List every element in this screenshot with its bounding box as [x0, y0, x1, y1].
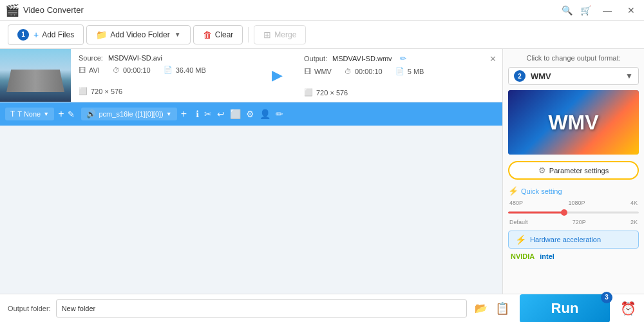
format-selector[interactable]: 2 WMV ▼ — [508, 67, 639, 85]
file-row: Source: MSDVAVI-SD.avi 🎞 AVI ⏱ 00:00:10 … — [0, 49, 502, 102]
titlebar: 🎬 Video Converter 🔍 🛒 — ✕ — [0, 0, 644, 21]
subtitle-select-label: T None — [17, 110, 41, 118]
output-size-item: 📄 5 MB — [395, 67, 424, 75]
subtitle-select[interactable]: T T None ▼ — [5, 108, 54, 120]
speaker-icon: 🔊 — [86, 109, 96, 118]
minimize-button[interactable]: — — [599, 4, 616, 17]
step-2-badge: 2 — [514, 70, 526, 82]
hw-accel-label: Hardware acceleration — [530, 236, 601, 243]
output-duration-item: ⏱ 00:00:10 — [345, 68, 383, 75]
add-folder-button[interactable]: 📁 Add Video Folder ▼ — [86, 25, 190, 44]
source-size-item: 📄 36.40 MB — [164, 66, 206, 74]
format-dropdown-icon: ▼ — [625, 71, 633, 80]
subtitle-add-icon[interactable]: + — [58, 108, 64, 120]
output-file-icon: 📄 — [395, 67, 404, 75]
audio-select[interactable]: 🔊 pcm_s16le ([1][0][0]) ▼ — [81, 108, 176, 120]
quality-label-1080p: 1080P — [568, 200, 585, 206]
source-resolution: 720 × 576 — [91, 88, 122, 95]
quality-top-labels: 480P 1080P 4K — [508, 200, 639, 206]
output-resolution: 720 × 576 — [316, 89, 348, 97]
output-label-row: Output: MSDVAVI-SD.wmv ✏ — [304, 54, 475, 63]
cart-icon[interactable]: 🛒 — [580, 5, 591, 15]
text-icon: T — [10, 109, 15, 118]
quality-bottom-labels: Default 720P 2K — [508, 219, 639, 225]
add-files-button[interactable]: 1 + Add Files — [8, 24, 84, 45]
hardware-acceleration-button[interactable]: ⚡ Hardware acceleration — [508, 231, 639, 249]
clear-button[interactable]: 🗑 Clear — [193, 25, 243, 44]
brand-logos: NVIDIA NVIDIA intel Intel — [508, 252, 639, 260]
output-meta-row: 🎞 WMV ⏱ 00:00:10 📄 5 MB ⬜ 720 × 576 — [304, 67, 475, 97]
folder-open-icon[interactable]: 📂 — [475, 302, 488, 314]
audio-select-label: pcm_s16le ([1][0][0]) — [99, 110, 163, 118]
main-layout: Source: MSDVAVI-SD.avi 🎞 AVI ⏱ 00:00:10 … — [0, 49, 644, 294]
close-file-button[interactable]: ✕ — [489, 54, 497, 64]
output-film-icon: 🎞 — [304, 68, 311, 75]
step-3-badge: 3 — [601, 292, 612, 303]
audio-add-icon[interactable]: + — [181, 108, 187, 120]
app-icon: 🎬 — [5, 3, 19, 17]
sub-edit-icon[interactable]: ✎ — [68, 109, 75, 119]
bottom-bar: Output folder: 📂 📋 Run 3 ⏰ — [0, 294, 644, 322]
quick-setting-label: ⚡ Quick setting — [508, 186, 639, 196]
search-icon[interactable]: 🔍 — [562, 5, 573, 15]
edit-pencil-icon[interactable]: ✏ — [400, 54, 406, 63]
panel-title: Click to change output format: — [508, 54, 639, 62]
wmv-preview-label: WMV — [548, 111, 598, 135]
rotate-tool-icon[interactable]: ↩ — [217, 109, 225, 119]
film-icon: 🎞 — [79, 66, 86, 74]
quality-sublabel-720p: 720P — [573, 219, 586, 225]
crop-tool-icon[interactable]: ⬜ — [230, 109, 241, 119]
source-format: AVI — [89, 66, 100, 74]
quality-slider[interactable] — [508, 207, 639, 218]
folder-icon: 📁 — [96, 30, 107, 40]
merge-icon: ⊞ — [263, 30, 271, 40]
convert-arrow: ▶ — [258, 49, 296, 102]
parameter-settings-button[interactable]: ⚙ Parameter settings — [508, 161, 639, 180]
quick-setting-icon: ⚡ — [508, 186, 518, 196]
arrow-icon: ▶ — [272, 67, 283, 84]
browse-icon[interactable]: 📋 — [495, 301, 509, 316]
output-resolution-icon: ⬜ — [304, 88, 313, 97]
effects-tool-icon[interactable]: ⚙ — [246, 109, 254, 119]
source-duration-item: ⏱ 00:00:10 — [113, 66, 151, 74]
quality-sublabel-2k: 2K — [630, 219, 638, 225]
run-area: Run 3 — [515, 294, 610, 323]
source-resolution-item: ⬜ 720 × 576 — [79, 87, 122, 95]
file-thumbnail — [0, 49, 71, 102]
intel-icon: intel — [540, 252, 554, 260]
audio-dropdown-icon: ▼ — [166, 111, 172, 117]
output-duration: 00:00:10 — [355, 68, 383, 75]
quality-label-480p: 480P — [509, 200, 523, 206]
close-button[interactable]: ✕ — [623, 4, 639, 17]
left-content: Source: MSDVAVI-SD.avi 🎞 AVI ⏱ 00:00:10 … — [0, 49, 502, 294]
quality-label-4k: 4K — [630, 200, 638, 206]
file-meta-row: 🎞 AVI ⏱ 00:00:10 📄 36.40 MB ⬜ 720 × 576 — [79, 66, 250, 95]
info-tool-icon[interactable]: ℹ — [196, 109, 199, 119]
slider-fill — [508, 212, 567, 214]
subtitle-audio-bar: T T None ▼ + ✎ 🔊 pcm_s16le ([1][0][0]) ▼… — [0, 102, 502, 126]
slider-thumb[interactable] — [561, 209, 567, 216]
format-name: WMV — [531, 71, 551, 81]
file-close-area: ✕ — [483, 49, 502, 102]
add-folder-label: Add Video Folder — [110, 30, 170, 39]
dropdown-arrow-icon: ▼ — [175, 31, 181, 38]
watermark-tool-icon[interactable]: 👤 — [260, 109, 270, 119]
resolution-icon: ⬜ — [79, 87, 88, 95]
toolbar-divider — [248, 27, 249, 43]
run-button[interactable]: Run — [520, 294, 610, 323]
merge-label: Merge — [274, 30, 296, 39]
file-info: Source: MSDVAVI-SD.avi 🎞 AVI ⏱ 00:00:10 … — [71, 49, 258, 102]
source-filename: MSDVAVI-SD.avi — [108, 54, 162, 62]
output-filename: MSDVAVI-SD.wmv — [332, 55, 392, 62]
merge-button[interactable]: ⊞ Merge — [254, 25, 306, 44]
cut-tool-icon[interactable]: ✂ — [204, 109, 212, 119]
source-duration: 00:00:10 — [123, 66, 151, 74]
file-source-row: Source: MSDVAVI-SD.avi — [79, 54, 250, 62]
right-panel: Click to change output format: 2 WMV ▼ W… — [502, 49, 644, 294]
file-icon: 📄 — [164, 66, 173, 74]
output-path-input[interactable] — [56, 299, 467, 317]
edit-tool-icon[interactable]: ✏ — [276, 109, 283, 119]
hw-accel-icon: ⚡ — [515, 234, 526, 245]
app-title: Video Converter — [23, 5, 562, 15]
alarm-icon[interactable]: ⏰ — [620, 301, 636, 316]
